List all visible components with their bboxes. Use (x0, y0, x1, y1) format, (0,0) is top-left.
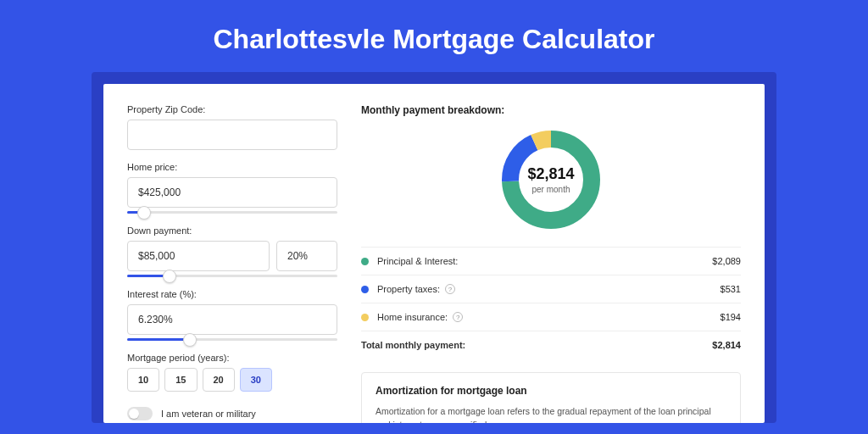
page-title: Charlottesvle Mortgage Calculator (0, 0, 868, 72)
legend-label: Principal & Interest: (377, 256, 458, 266)
legend-value: $531 (721, 284, 741, 294)
legend-label: Property taxes: (377, 284, 440, 294)
period-button-10[interactable]: 10 (127, 368, 159, 392)
period-buttons: 10152030 (127, 368, 337, 392)
home-price-label: Home price: (127, 162, 337, 172)
home-price-input[interactable] (127, 177, 337, 208)
legend: Principal & Interest:$2,089Property taxe… (361, 247, 741, 359)
down-payment-input[interactable] (127, 241, 270, 271)
info-icon[interactable]: ? (453, 312, 463, 322)
amortization-title: Amortization for mortgage loan (376, 385, 726, 397)
amortization-section: Amortization for mortgage loan Amortizat… (361, 372, 741, 423)
veteran-label: I am veteran or military (161, 409, 256, 419)
card-outer: Property Zip Code: Home price: Down paym… (92, 72, 776, 423)
veteran-toggle[interactable] (127, 407, 153, 420)
legend-label: Home insurance: (377, 312, 448, 322)
down-payment-label: Down payment: (127, 225, 337, 236)
legend-dot (361, 258, 369, 265)
donut-chart: $2,814 per month (361, 125, 741, 235)
down-payment-pct-input[interactable] (276, 241, 337, 271)
total-label: Total monthly payment: (361, 340, 465, 350)
donut-sub: per month (531, 185, 570, 194)
breakdown-title: Monthly payment breakdown: (361, 104, 741, 116)
legend-total-row: Total monthly payment:$2,814 (361, 331, 741, 359)
amortization-text: Amortization for a mortgage loan refers … (376, 405, 726, 423)
legend-value: $194 (721, 312, 741, 322)
home-price-slider[interactable] (127, 211, 337, 214)
period-button-30[interactable]: 30 (240, 368, 272, 392)
legend-row: Principal & Interest:$2,089 (361, 248, 741, 275)
legend-row: Property taxes:?$531 (361, 275, 741, 303)
interest-slider[interactable] (127, 338, 337, 341)
donut-value: $2,814 (527, 165, 574, 183)
zip-input[interactable] (127, 120, 337, 150)
period-label: Mortgage period (years): (127, 353, 337, 363)
down-payment-slider[interactable] (127, 275, 337, 277)
interest-label: Interest rate (%): (127, 289, 337, 299)
zip-label: Property Zip Code: (127, 104, 337, 114)
legend-row: Home insurance:?$194 (361, 303, 741, 331)
legend-value: $2,089 (712, 256, 741, 266)
period-button-20[interactable]: 20 (203, 368, 235, 392)
info-icon[interactable]: ? (445, 284, 455, 294)
form-panel: Property Zip Code: Home price: Down paym… (127, 104, 337, 423)
legend-dot (361, 286, 369, 293)
calculator-card: Property Zip Code: Home price: Down paym… (103, 84, 765, 423)
interest-input[interactable] (127, 304, 337, 335)
period-button-15[interactable]: 15 (164, 368, 197, 392)
legend-dot (361, 314, 369, 321)
total-value: $2,814 (712, 340, 741, 350)
breakdown-panel: Monthly payment breakdown: $2,814 per mo… (361, 104, 741, 423)
